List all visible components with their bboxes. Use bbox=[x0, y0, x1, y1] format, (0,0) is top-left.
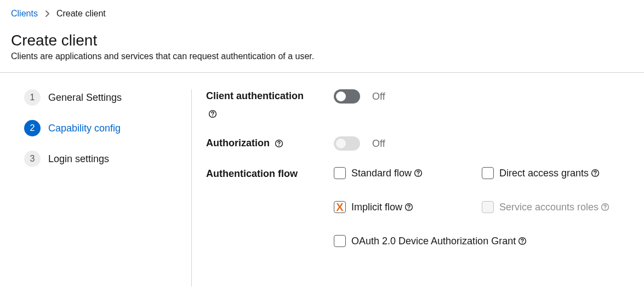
wizard-steps: 1 General Settings 2 Capability config 3… bbox=[11, 89, 192, 286]
breadcrumb-current: Create client bbox=[56, 9, 106, 19]
checkbox-label: Standard flow bbox=[351, 168, 423, 179]
help-icon[interactable] bbox=[275, 139, 283, 148]
page-title: Create client bbox=[11, 32, 633, 49]
direct-access-grants-checkbox[interactable] bbox=[482, 167, 494, 179]
divider bbox=[0, 72, 644, 73]
wizard-form: Client authentication Off bbox=[192, 89, 633, 286]
label-text: Client authentication bbox=[206, 90, 304, 101]
client-authentication-toggle[interactable] bbox=[334, 89, 360, 104]
wizard-step-capability-config[interactable]: 2 Capability config bbox=[24, 120, 178, 136]
checkbox-label: Service accounts roles bbox=[499, 202, 609, 213]
step-number: 2 bbox=[24, 120, 41, 136]
wizard-step-general-settings[interactable]: 1 General Settings bbox=[24, 89, 178, 106]
help-icon[interactable] bbox=[404, 203, 413, 211]
checkbox-item-oauth-device-grant: OAuth 2.0 Device Authorization Grant bbox=[334, 235, 609, 247]
field-label-authorization: Authorization bbox=[206, 136, 334, 150]
help-icon[interactable] bbox=[414, 169, 423, 177]
label-text: Implicit flow bbox=[351, 202, 402, 213]
checkbox-item-implicit-flow: Implicit flow bbox=[334, 201, 482, 213]
step-label: Login settings bbox=[48, 153, 109, 165]
checkbox-label: OAuth 2.0 Device Authorization Grant bbox=[351, 236, 527, 247]
oauth-device-grant-checkbox[interactable] bbox=[334, 235, 346, 247]
implicit-flow-checkbox[interactable] bbox=[334, 201, 346, 213]
toggle-knob bbox=[336, 91, 346, 101]
label-text: OAuth 2.0 Device Authorization Grant bbox=[351, 236, 516, 247]
chevron-right-icon bbox=[44, 10, 50, 17]
label-text: Authentication flow bbox=[206, 168, 298, 179]
service-accounts-roles-checkbox bbox=[482, 201, 494, 213]
breadcrumb: Clients Create client bbox=[11, 9, 633, 19]
checkbox-item-service-accounts-roles: Service accounts roles bbox=[482, 201, 609, 213]
field-label-client-authentication: Client authentication bbox=[206, 89, 334, 120]
label-text: Service accounts roles bbox=[499, 202, 599, 213]
help-icon[interactable] bbox=[208, 110, 217, 118]
breadcrumb-link-clients[interactable]: Clients bbox=[11, 9, 38, 19]
toggle-state-label: Off bbox=[372, 138, 385, 150]
standard-flow-checkbox[interactable] bbox=[334, 167, 346, 179]
step-label: Capability config bbox=[48, 123, 121, 134]
step-number: 1 bbox=[24, 89, 41, 106]
label-text: Authorization bbox=[206, 137, 270, 148]
authorization-toggle bbox=[334, 136, 360, 151]
help-icon[interactable] bbox=[591, 169, 600, 177]
checkbox-item-standard-flow: Standard flow bbox=[334, 167, 482, 179]
page-subtitle: Clients are applications and services th… bbox=[11, 51, 633, 61]
label-text: Direct access grants bbox=[499, 168, 589, 179]
help-icon[interactable] bbox=[601, 203, 609, 211]
checkbox-item-direct-access-grants: Direct access grants bbox=[482, 167, 609, 179]
label-text: Standard flow bbox=[351, 168, 412, 179]
help-icon[interactable] bbox=[518, 237, 527, 245]
checkbox-label: Direct access grants bbox=[499, 168, 600, 179]
step-label: General Settings bbox=[48, 92, 122, 104]
wizard-step-login-settings[interactable]: 3 Login settings bbox=[24, 151, 178, 167]
checkbox-label: Implicit flow bbox=[351, 202, 413, 213]
field-label-authentication-flow: Authentication flow bbox=[206, 167, 334, 180]
toggle-state-label: Off bbox=[372, 91, 385, 102]
step-number: 3 bbox=[24, 151, 41, 167]
toggle-knob bbox=[336, 139, 346, 148]
